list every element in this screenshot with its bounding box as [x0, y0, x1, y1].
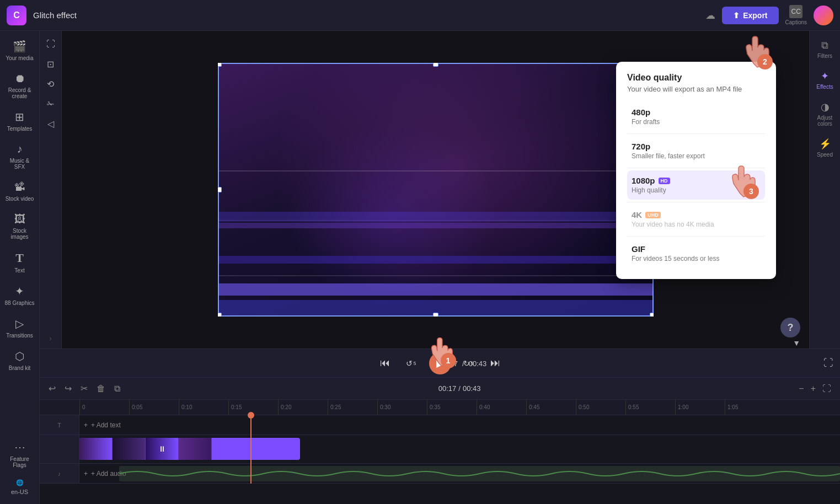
- clip-thumb-1: [79, 438, 113, 460]
- split-tool[interactable]: ✁: [42, 95, 60, 112]
- music-icon: ♪: [17, 143, 23, 156]
- redo-button[interactable]: ↪: [62, 381, 74, 396]
- sidebar-item-stock-images[interactable]: 🖼 Stock images: [2, 208, 38, 244]
- audio-track-row: ♪ + + Add audio: [40, 464, 840, 484]
- topbar: C Glitch effect ☁ ⬆ Export CC Captions: [0, 0, 840, 31]
- your-media-icon: 🎬: [13, 40, 26, 53]
- time-separator: /: [462, 359, 464, 367]
- video-canvas: [218, 63, 654, 317]
- quality-option-720p[interactable]: 720p Smaller file, faster export: [627, 136, 765, 165]
- tl-time-total: 00:43: [463, 384, 481, 393]
- add-text-icon: +: [84, 421, 88, 429]
- sidebar-item-brand-kit[interactable]: ⬡ Brand kit: [2, 345, 38, 376]
- sidebar-item-record-create[interactable]: ⏺ Record &create: [2, 68, 38, 104]
- sidebar-item-music-sfx[interactable]: ♪ Music & SFX: [2, 138, 38, 174]
- transform-tool[interactable]: ⟲: [42, 75, 60, 93]
- quality-option-1080p[interactable]: 1080p HD High quality: [627, 170, 765, 200]
- export-icon: ⬆: [733, 11, 740, 20]
- ruler-mark-045: 0:45: [526, 400, 576, 415]
- project-title[interactable]: Glitch effect: [33, 10, 699, 20]
- expand-timeline-button[interactable]: ⛶: [820, 382, 833, 396]
- video-track-content: ⏸: [79, 435, 840, 463]
- step-badge-1: 1: [441, 353, 456, 368]
- effects-icon: ✦: [821, 70, 829, 82]
- templates-icon: ⊞: [15, 110, 24, 124]
- language-selector[interactable]: 🌐 en-US: [2, 475, 38, 500]
- skip-back-button[interactable]: ⏮: [376, 355, 394, 372]
- playhead-handle[interactable]: [248, 412, 254, 419]
- ruler-mark-010: 0:10: [179, 400, 228, 415]
- back-5s-button[interactable]: ↺5: [403, 355, 420, 372]
- fullscreen-button[interactable]: ⛶: [823, 357, 833, 369]
- quality-popup-subtitle: Your video will export as an MP4 file: [627, 85, 765, 93]
- clip-pause-icon: ⏸: [158, 444, 166, 453]
- quality-popup: Video quality Your video will export as …: [616, 62, 776, 279]
- delete-button[interactable]: 🗑: [94, 382, 108, 396]
- quality-desc-4k: Your video has no 4K media: [632, 221, 761, 228]
- ruler-mark-020: 0:20: [278, 400, 328, 415]
- main-layout: 🎬 Your media ⏺ Record &create ⊞ Template…: [0, 31, 840, 504]
- quality-option-4k: 4K UHD Your video has no 4K media: [627, 205, 765, 234]
- sidebar-item-your-media[interactable]: 🎬 Your media: [2, 35, 38, 66]
- sidebar-item-graphics[interactable]: ✦ 88 Graphics: [2, 280, 38, 310]
- quality-option-gif[interactable]: GIF For videos 15 seconds or less: [627, 239, 765, 268]
- left-sidebar: 🎬 Your media ⏺ Record &create ⊞ Template…: [0, 31, 40, 504]
- zoom-out-button[interactable]: −: [796, 382, 806, 396]
- right-tool-filters[interactable]: ⧉ Filters: [811, 35, 839, 63]
- cut-button[interactable]: ✂: [78, 381, 90, 396]
- zoom-in-button[interactable]: +: [809, 382, 818, 396]
- sidebar-item-feature-flags[interactable]: ⋯ Feature Flags: [2, 436, 38, 473]
- sidebar-item-text[interactable]: T Text: [2, 246, 38, 278]
- sidebar-item-stock-video[interactable]: 📽 Stock video: [2, 176, 38, 206]
- quality-name-480p: 480p: [632, 108, 761, 117]
- glitch-figure: [218, 63, 654, 317]
- video-track-label: [40, 435, 79, 463]
- quality-name-1080p: 1080p HD: [632, 176, 761, 185]
- hd-badge: HD: [659, 178, 670, 184]
- uhd-badge: UHD: [645, 212, 661, 218]
- ruler-mark-055: 0:55: [625, 400, 675, 415]
- filters-icon: ⧉: [821, 40, 828, 51]
- ruler-marks: 0 0:05 0:10 0:15 0:20 0:25 0:30 0:35 0:4…: [79, 400, 840, 415]
- ruler-mark-025: 0:25: [328, 400, 377, 415]
- duplicate-button[interactable]: ⧉: [112, 382, 122, 396]
- trim-tool[interactable]: ◁: [42, 115, 60, 132]
- quality-option-480p[interactable]: 480p For drafts: [627, 102, 765, 131]
- collapse-btn[interactable]: ›: [42, 333, 60, 344]
- quality-name-gif: GIF: [632, 244, 761, 254]
- undo-button[interactable]: ↩: [46, 381, 58, 396]
- user-avatar[interactable]: [814, 6, 833, 25]
- export-button[interactable]: ⬆ Export: [722, 7, 778, 24]
- sidebar-item-transitions[interactable]: ▷ Transitions: [2, 313, 38, 343]
- quality-desc-1080p: High quality: [632, 186, 761, 194]
- glitch-stripe-4: [218, 283, 654, 296]
- right-sidebar: ⧉ Filters ✦ Effects ◑ Adjust colors ⚡ Sp…: [809, 31, 840, 348]
- center-area: ⛶ ⊡ ⟲ ✁ ◁ ›: [40, 31, 840, 504]
- captions-button[interactable]: CC Captions: [785, 5, 807, 25]
- help-button[interactable]: ?: [780, 318, 800, 337]
- add-text-button[interactable]: + + Add text: [79, 415, 840, 435]
- sidebar-item-templates[interactable]: ⊞ Templates: [2, 106, 38, 136]
- quality-divider-2: [627, 168, 765, 168]
- audio-track-icon: ♪: [58, 470, 61, 477]
- text-track-label: T: [40, 415, 79, 435]
- video-clip[interactable]: ⏸: [79, 438, 300, 460]
- ruler-mark-105: 1:05: [725, 400, 774, 415]
- quality-divider-3: [627, 202, 765, 202]
- collapse-panel-btn[interactable]: ▼: [793, 339, 800, 347]
- skip-forward-button[interactable]: ⏭: [486, 355, 504, 372]
- text-icon: T: [15, 251, 24, 265]
- audio-track-content: + + Add audio: [79, 464, 840, 483]
- ruler-mark-0: 0: [79, 400, 129, 415]
- right-tool-speed[interactable]: ⚡ Speed: [811, 133, 839, 162]
- record-create-icon: ⏺: [14, 72, 25, 85]
- text-track-row: T + + Add text: [40, 415, 840, 435]
- crop-tool[interactable]: ⊡: [42, 55, 60, 73]
- right-tool-effects[interactable]: ✦ Effects: [811, 66, 839, 94]
- clip-thumb-3: ⏸: [146, 438, 179, 460]
- right-tool-adjust-colors[interactable]: ◑ Adjust colors: [811, 96, 839, 131]
- select-tool[interactable]: ⛶: [42, 35, 60, 53]
- quality-desc-gif: For videos 15 seconds or less: [632, 255, 761, 262]
- audio-waveform: [119, 466, 840, 481]
- playhead[interactable]: [250, 415, 252, 484]
